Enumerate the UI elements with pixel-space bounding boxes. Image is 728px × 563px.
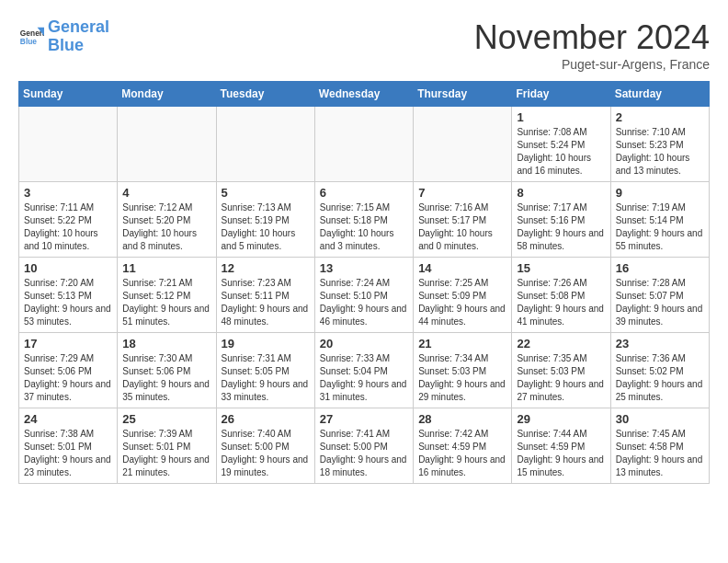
day-header-friday: Friday [512,82,610,107]
day-number: 3 [24,186,112,200]
calendar-cell: 19Sunrise: 7:31 AM Sunset: 5:05 PM Dayli… [216,333,314,408]
day-number: 15 [517,261,605,275]
day-number: 12 [222,261,310,275]
week-row-2: 3Sunrise: 7:11 AM Sunset: 5:22 PM Daylig… [19,182,710,258]
day-header-tuesday: Tuesday [216,82,314,107]
day-info: Sunrise: 7:34 AM Sunset: 5:03 PM Dayligh… [418,352,506,404]
calendar-cell: 7Sunrise: 7:16 AM Sunset: 5:17 PM Daylig… [414,182,512,258]
day-number: 14 [418,261,506,275]
month-title: November 2024 [474,18,710,57]
day-info: Sunrise: 7:41 AM Sunset: 5:00 PM Dayligh… [320,428,408,479]
day-number: 29 [517,412,605,426]
day-number: 17 [24,337,112,350]
calendar-cell: 12Sunrise: 7:23 AM Sunset: 5:11 PM Dayli… [216,258,314,333]
day-info: Sunrise: 7:21 AM Sunset: 5:12 PM Dayligh… [122,277,210,328]
day-info: Sunrise: 7:25 AM Sunset: 5:09 PM Dayligh… [418,277,506,328]
day-number: 13 [320,261,408,275]
week-row-1: 1Sunrise: 7:08 AM Sunset: 5:24 PM Daylig… [19,107,710,182]
day-number: 8 [517,186,605,200]
day-info: Sunrise: 7:33 AM Sunset: 5:04 PM Dayligh… [320,352,408,404]
day-info: Sunrise: 7:36 AM Sunset: 5:02 PM Dayligh… [616,352,704,404]
calendar-cell: 29Sunrise: 7:44 AM Sunset: 4:59 PM Dayli… [512,408,610,484]
day-info: Sunrise: 7:40 AM Sunset: 5:00 PM Dayligh… [222,428,310,479]
calendar-table: SundayMondayTuesdayWednesdayThursdayFrid… [18,81,710,484]
calendar-cell: 18Sunrise: 7:30 AM Sunset: 5:06 PM Dayli… [118,333,216,408]
calendar-cell: 1Sunrise: 7:08 AM Sunset: 5:24 PM Daylig… [512,107,610,182]
day-info: Sunrise: 7:11 AM Sunset: 5:22 PM Dayligh… [24,201,112,253]
day-info: Sunrise: 7:08 AM Sunset: 5:24 PM Dayligh… [517,126,605,178]
day-number: 18 [122,337,210,350]
calendar-cell: 3Sunrise: 7:11 AM Sunset: 5:22 PM Daylig… [19,182,118,258]
calendar-cell: 26Sunrise: 7:40 AM Sunset: 5:00 PM Dayli… [216,408,314,484]
day-info: Sunrise: 7:19 AM Sunset: 5:14 PM Dayligh… [616,201,704,253]
day-info: Sunrise: 7:20 AM Sunset: 5:13 PM Dayligh… [24,277,112,328]
calendar-cell: 28Sunrise: 7:42 AM Sunset: 4:59 PM Dayli… [414,408,512,484]
calendar-cell: 24Sunrise: 7:38 AM Sunset: 5:01 PM Dayli… [19,408,118,484]
day-info: Sunrise: 7:15 AM Sunset: 5:18 PM Dayligh… [320,201,408,253]
day-info: Sunrise: 7:30 AM Sunset: 5:06 PM Dayligh… [122,352,210,404]
day-header-saturday: Saturday [610,82,709,107]
day-info: Sunrise: 7:12 AM Sunset: 5:20 PM Dayligh… [122,201,210,253]
logo-text: GeneralBlue [48,18,109,55]
calendar-cell [118,107,216,182]
calendar-cell: 11Sunrise: 7:21 AM Sunset: 5:12 PM Dayli… [118,258,216,333]
svg-text:Blue: Blue [20,37,37,46]
day-number: 2 [616,110,704,124]
calendar-cell: 17Sunrise: 7:29 AM Sunset: 5:06 PM Dayli… [19,333,118,408]
calendar-cell [19,107,118,182]
day-info: Sunrise: 7:16 AM Sunset: 5:17 PM Dayligh… [418,201,506,253]
day-number: 28 [418,412,506,426]
day-header-thursday: Thursday [414,82,512,107]
calendar-cell: 13Sunrise: 7:24 AM Sunset: 5:10 PM Dayli… [314,258,413,333]
day-info: Sunrise: 7:39 AM Sunset: 5:01 PM Dayligh… [122,428,210,479]
calendar-cell [414,107,512,182]
title-block: November 2024 Puget-sur-Argens, France [474,18,710,72]
day-info: Sunrise: 7:10 AM Sunset: 5:23 PM Dayligh… [616,126,704,178]
day-header-monday: Monday [118,82,216,107]
day-number: 24 [24,412,112,426]
day-info: Sunrise: 7:26 AM Sunset: 5:08 PM Dayligh… [517,277,605,328]
week-row-5: 24Sunrise: 7:38 AM Sunset: 5:01 PM Dayli… [19,408,710,484]
calendar-cell: 14Sunrise: 7:25 AM Sunset: 5:09 PM Dayli… [414,258,512,333]
day-info: Sunrise: 7:24 AM Sunset: 5:10 PM Dayligh… [320,277,408,328]
day-number: 22 [517,337,605,350]
day-info: Sunrise: 7:44 AM Sunset: 4:59 PM Dayligh… [517,428,605,479]
calendar-cell: 2Sunrise: 7:10 AM Sunset: 5:23 PM Daylig… [610,107,709,182]
week-row-3: 10Sunrise: 7:20 AM Sunset: 5:13 PM Dayli… [19,258,710,333]
logo: General Blue GeneralBlue [18,18,109,55]
day-number: 23 [616,337,704,350]
day-number: 11 [122,261,210,275]
calendar-cell: 5Sunrise: 7:13 AM Sunset: 5:19 PM Daylig… [216,182,314,258]
day-number: 6 [320,186,408,200]
day-info: Sunrise: 7:13 AM Sunset: 5:19 PM Dayligh… [222,201,310,253]
day-number: 5 [222,186,310,200]
calendar-cell: 9Sunrise: 7:19 AM Sunset: 5:14 PM Daylig… [610,182,709,258]
day-header-wednesday: Wednesday [314,82,413,107]
calendar-cell [216,107,314,182]
calendar-cell: 21Sunrise: 7:34 AM Sunset: 5:03 PM Dayli… [414,333,512,408]
day-info: Sunrise: 7:23 AM Sunset: 5:11 PM Dayligh… [222,277,310,328]
day-number: 26 [222,412,310,426]
day-header-sunday: Sunday [19,82,118,107]
day-info: Sunrise: 7:35 AM Sunset: 5:03 PM Dayligh… [517,352,605,404]
day-info: Sunrise: 7:17 AM Sunset: 5:16 PM Dayligh… [517,201,605,253]
day-number: 19 [222,337,310,350]
day-info: Sunrise: 7:42 AM Sunset: 4:59 PM Dayligh… [418,428,506,479]
day-info: Sunrise: 7:31 AM Sunset: 5:05 PM Dayligh… [222,352,310,404]
calendar-cell: 16Sunrise: 7:28 AM Sunset: 5:07 PM Dayli… [610,258,709,333]
location: Puget-sur-Argens, France [474,57,710,72]
calendar-cell: 30Sunrise: 7:45 AM Sunset: 4:58 PM Dayli… [610,408,709,484]
day-info: Sunrise: 7:28 AM Sunset: 5:07 PM Dayligh… [616,277,704,328]
week-row-4: 17Sunrise: 7:29 AM Sunset: 5:06 PM Dayli… [19,333,710,408]
calendar-header-row: SundayMondayTuesdayWednesdayThursdayFrid… [19,82,710,107]
calendar-cell: 6Sunrise: 7:15 AM Sunset: 5:18 PM Daylig… [314,182,413,258]
day-number: 27 [320,412,408,426]
calendar-cell: 15Sunrise: 7:26 AM Sunset: 5:08 PM Dayli… [512,258,610,333]
day-number: 21 [418,337,506,350]
calendar-cell: 8Sunrise: 7:17 AM Sunset: 5:16 PM Daylig… [512,182,610,258]
calendar-cell [314,107,413,182]
day-number: 25 [122,412,210,426]
page-header: General Blue GeneralBlue November 2024 P… [18,18,710,72]
calendar-cell: 20Sunrise: 7:33 AM Sunset: 5:04 PM Dayli… [314,333,413,408]
day-info: Sunrise: 7:45 AM Sunset: 4:58 PM Dayligh… [616,428,704,479]
